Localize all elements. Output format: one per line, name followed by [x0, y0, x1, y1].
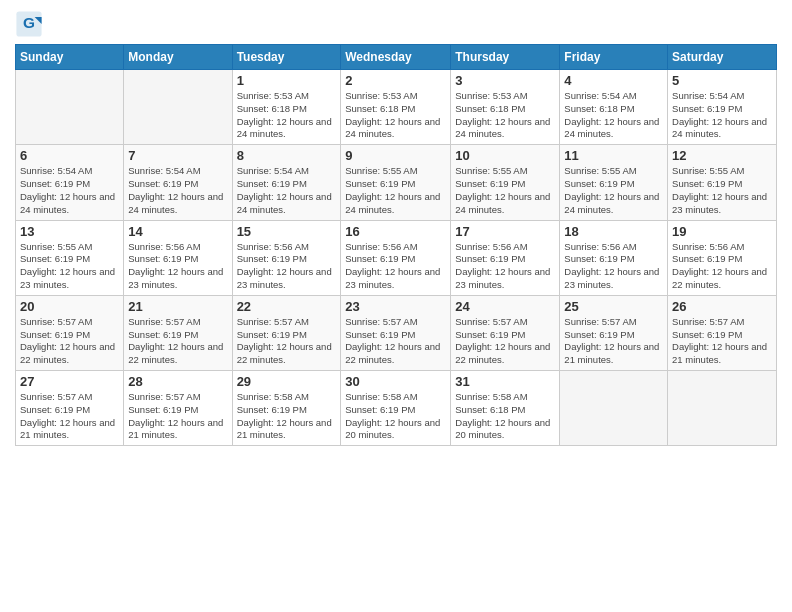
day-number: 9 [345, 148, 446, 163]
weekday-header-wednesday: Wednesday [341, 45, 451, 70]
day-info: Sunrise: 5:57 AM Sunset: 6:19 PM Dayligh… [455, 316, 555, 367]
day-number: 14 [128, 224, 227, 239]
day-info: Sunrise: 5:53 AM Sunset: 6:18 PM Dayligh… [455, 90, 555, 141]
day-info: Sunrise: 5:57 AM Sunset: 6:19 PM Dayligh… [128, 316, 227, 367]
weekday-header-row: SundayMondayTuesdayWednesdayThursdayFrid… [16, 45, 777, 70]
calendar-cell: 11Sunrise: 5:55 AM Sunset: 6:19 PM Dayli… [560, 145, 668, 220]
day-info: Sunrise: 5:57 AM Sunset: 6:19 PM Dayligh… [20, 391, 119, 442]
calendar-cell: 14Sunrise: 5:56 AM Sunset: 6:19 PM Dayli… [124, 220, 232, 295]
day-number: 11 [564, 148, 663, 163]
calendar-cell [16, 70, 124, 145]
day-info: Sunrise: 5:54 AM Sunset: 6:18 PM Dayligh… [564, 90, 663, 141]
calendar-cell: 17Sunrise: 5:56 AM Sunset: 6:19 PM Dayli… [451, 220, 560, 295]
calendar-week-1: 1Sunrise: 5:53 AM Sunset: 6:18 PM Daylig… [16, 70, 777, 145]
day-number: 30 [345, 374, 446, 389]
day-number: 31 [455, 374, 555, 389]
weekday-header-saturday: Saturday [668, 45, 777, 70]
day-number: 12 [672, 148, 772, 163]
day-info: Sunrise: 5:58 AM Sunset: 6:18 PM Dayligh… [455, 391, 555, 442]
calendar-cell [560, 371, 668, 446]
day-number: 28 [128, 374, 227, 389]
day-info: Sunrise: 5:57 AM Sunset: 6:19 PM Dayligh… [128, 391, 227, 442]
day-info: Sunrise: 5:57 AM Sunset: 6:19 PM Dayligh… [564, 316, 663, 367]
day-info: Sunrise: 5:54 AM Sunset: 6:19 PM Dayligh… [128, 165, 227, 216]
day-number: 19 [672, 224, 772, 239]
calendar-cell: 3Sunrise: 5:53 AM Sunset: 6:18 PM Daylig… [451, 70, 560, 145]
day-info: Sunrise: 5:54 AM Sunset: 6:19 PM Dayligh… [237, 165, 337, 216]
calendar-week-3: 13Sunrise: 5:55 AM Sunset: 6:19 PM Dayli… [16, 220, 777, 295]
calendar-cell: 7Sunrise: 5:54 AM Sunset: 6:19 PM Daylig… [124, 145, 232, 220]
day-info: Sunrise: 5:56 AM Sunset: 6:19 PM Dayligh… [345, 241, 446, 292]
logo-icon: G [15, 10, 43, 38]
day-number: 6 [20, 148, 119, 163]
weekday-header-friday: Friday [560, 45, 668, 70]
day-info: Sunrise: 5:58 AM Sunset: 6:19 PM Dayligh… [237, 391, 337, 442]
day-info: Sunrise: 5:55 AM Sunset: 6:19 PM Dayligh… [672, 165, 772, 216]
day-number: 17 [455, 224, 555, 239]
day-info: Sunrise: 5:55 AM Sunset: 6:19 PM Dayligh… [455, 165, 555, 216]
day-number: 27 [20, 374, 119, 389]
calendar-cell: 8Sunrise: 5:54 AM Sunset: 6:19 PM Daylig… [232, 145, 341, 220]
day-info: Sunrise: 5:57 AM Sunset: 6:19 PM Dayligh… [345, 316, 446, 367]
calendar-cell: 5Sunrise: 5:54 AM Sunset: 6:19 PM Daylig… [668, 70, 777, 145]
day-number: 29 [237, 374, 337, 389]
calendar-cell: 19Sunrise: 5:56 AM Sunset: 6:19 PM Dayli… [668, 220, 777, 295]
day-info: Sunrise: 5:53 AM Sunset: 6:18 PM Dayligh… [345, 90, 446, 141]
calendar-week-2: 6Sunrise: 5:54 AM Sunset: 6:19 PM Daylig… [16, 145, 777, 220]
calendar-cell: 23Sunrise: 5:57 AM Sunset: 6:19 PM Dayli… [341, 295, 451, 370]
day-number: 16 [345, 224, 446, 239]
day-number: 22 [237, 299, 337, 314]
day-number: 2 [345, 73, 446, 88]
calendar-cell: 15Sunrise: 5:56 AM Sunset: 6:19 PM Dayli… [232, 220, 341, 295]
day-info: Sunrise: 5:58 AM Sunset: 6:19 PM Dayligh… [345, 391, 446, 442]
calendar-cell: 4Sunrise: 5:54 AM Sunset: 6:18 PM Daylig… [560, 70, 668, 145]
day-info: Sunrise: 5:56 AM Sunset: 6:19 PM Dayligh… [672, 241, 772, 292]
calendar-cell: 18Sunrise: 5:56 AM Sunset: 6:19 PM Dayli… [560, 220, 668, 295]
day-number: 21 [128, 299, 227, 314]
calendar-cell [668, 371, 777, 446]
calendar-cell: 30Sunrise: 5:58 AM Sunset: 6:19 PM Dayli… [341, 371, 451, 446]
calendar-week-4: 20Sunrise: 5:57 AM Sunset: 6:19 PM Dayli… [16, 295, 777, 370]
day-number: 18 [564, 224, 663, 239]
calendar-cell: 6Sunrise: 5:54 AM Sunset: 6:19 PM Daylig… [16, 145, 124, 220]
day-info: Sunrise: 5:56 AM Sunset: 6:19 PM Dayligh… [564, 241, 663, 292]
calendar-cell: 22Sunrise: 5:57 AM Sunset: 6:19 PM Dayli… [232, 295, 341, 370]
day-number: 23 [345, 299, 446, 314]
weekday-header-monday: Monday [124, 45, 232, 70]
day-number: 24 [455, 299, 555, 314]
calendar-cell: 28Sunrise: 5:57 AM Sunset: 6:19 PM Dayli… [124, 371, 232, 446]
day-info: Sunrise: 5:57 AM Sunset: 6:19 PM Dayligh… [672, 316, 772, 367]
weekday-header-sunday: Sunday [16, 45, 124, 70]
calendar-cell: 9Sunrise: 5:55 AM Sunset: 6:19 PM Daylig… [341, 145, 451, 220]
weekday-header-thursday: Thursday [451, 45, 560, 70]
day-info: Sunrise: 5:55 AM Sunset: 6:19 PM Dayligh… [564, 165, 663, 216]
calendar-cell: 25Sunrise: 5:57 AM Sunset: 6:19 PM Dayli… [560, 295, 668, 370]
day-info: Sunrise: 5:56 AM Sunset: 6:19 PM Dayligh… [455, 241, 555, 292]
day-info: Sunrise: 5:56 AM Sunset: 6:19 PM Dayligh… [237, 241, 337, 292]
day-number: 4 [564, 73, 663, 88]
calendar-cell [124, 70, 232, 145]
calendar-cell: 16Sunrise: 5:56 AM Sunset: 6:19 PM Dayli… [341, 220, 451, 295]
calendar-cell: 27Sunrise: 5:57 AM Sunset: 6:19 PM Dayli… [16, 371, 124, 446]
day-info: Sunrise: 5:54 AM Sunset: 6:19 PM Dayligh… [20, 165, 119, 216]
day-number: 7 [128, 148, 227, 163]
day-info: Sunrise: 5:57 AM Sunset: 6:19 PM Dayligh… [237, 316, 337, 367]
calendar-cell: 26Sunrise: 5:57 AM Sunset: 6:19 PM Dayli… [668, 295, 777, 370]
day-info: Sunrise: 5:53 AM Sunset: 6:18 PM Dayligh… [237, 90, 337, 141]
day-info: Sunrise: 5:55 AM Sunset: 6:19 PM Dayligh… [20, 241, 119, 292]
day-number: 5 [672, 73, 772, 88]
day-number: 8 [237, 148, 337, 163]
calendar: SundayMondayTuesdayWednesdayThursdayFrid… [15, 44, 777, 446]
svg-text:G: G [23, 14, 35, 31]
calendar-week-5: 27Sunrise: 5:57 AM Sunset: 6:19 PM Dayli… [16, 371, 777, 446]
logo: G [15, 10, 47, 38]
day-info: Sunrise: 5:55 AM Sunset: 6:19 PM Dayligh… [345, 165, 446, 216]
weekday-header-tuesday: Tuesday [232, 45, 341, 70]
calendar-cell: 29Sunrise: 5:58 AM Sunset: 6:19 PM Dayli… [232, 371, 341, 446]
calendar-cell: 24Sunrise: 5:57 AM Sunset: 6:19 PM Dayli… [451, 295, 560, 370]
calendar-cell: 31Sunrise: 5:58 AM Sunset: 6:18 PM Dayli… [451, 371, 560, 446]
calendar-cell: 10Sunrise: 5:55 AM Sunset: 6:19 PM Dayli… [451, 145, 560, 220]
day-info: Sunrise: 5:54 AM Sunset: 6:19 PM Dayligh… [672, 90, 772, 141]
day-number: 3 [455, 73, 555, 88]
calendar-cell: 21Sunrise: 5:57 AM Sunset: 6:19 PM Dayli… [124, 295, 232, 370]
